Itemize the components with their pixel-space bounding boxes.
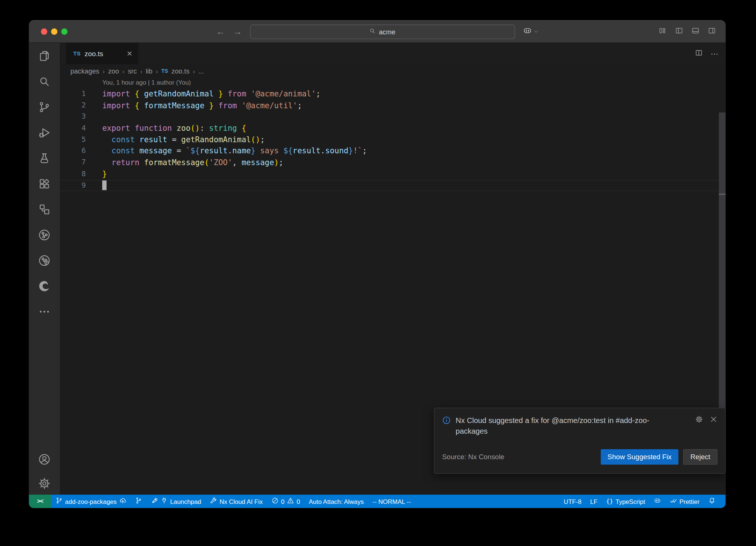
search-icon[interactable]	[38, 75, 51, 88]
code-line-7[interactable]: 7 return formatMessage('ZOO', message);	[60, 157, 726, 168]
notifications-item[interactable]	[704, 495, 720, 508]
breadcrumb-item-src[interactable]: src	[128, 67, 137, 75]
code-token: ${	[284, 146, 293, 156]
code-token: '@acme/util'	[241, 101, 297, 110]
breadcrumb-item-lib[interactable]: lib	[146, 67, 152, 75]
auto-attach-item[interactable]: Auto Attach: Always	[305, 495, 368, 508]
code-token: ;	[362, 146, 367, 156]
code-token: getRandomAnimal	[144, 89, 214, 99]
breadcrumb-item-zoots[interactable]: zoo.ts	[172, 67, 190, 75]
code-line-3[interactable]: 3	[60, 111, 726, 123]
window-controls	[41, 20, 67, 43]
breadcrumb-item-zoo[interactable]: zoo	[108, 67, 119, 75]
split-editor-button[interactable]	[695, 48, 703, 58]
code-token: '@acme/animal'	[251, 89, 316, 99]
minimize-window-button[interactable]	[51, 28, 57, 34]
remote-explorer-icon[interactable]	[38, 203, 51, 216]
more-actions-button[interactable]: ⋯	[711, 49, 719, 58]
remote-indicator[interactable]: ><	[29, 495, 51, 508]
code-token: const	[111, 135, 135, 144]
toggle-secondary-sidebar-button[interactable]	[708, 27, 716, 37]
problems-item[interactable]: 00	[267, 495, 304, 508]
search-value: acme	[379, 28, 395, 35]
forward-button[interactable]: →	[233, 26, 242, 37]
breadcrumb: packages›zoo›src›lib›TSzoo.ts›...	[60, 64, 726, 78]
command-center-search[interactable]: acme	[250, 24, 515, 39]
code-token: }	[348, 146, 353, 156]
code-token: }	[251, 146, 256, 156]
code-line-6[interactable]: 6 const message = `${result.name} says $…	[60, 146, 726, 157]
code-token	[140, 158, 144, 167]
notification-settings-icon[interactable]	[695, 416, 703, 425]
prettier-item[interactable]: Prettier	[666, 495, 704, 508]
code-line-1[interactable]: 1import { getRandomAnimal } from '@acme/…	[60, 88, 726, 100]
show-suggested-fix-button[interactable]: Show Suggested Fix	[601, 449, 678, 465]
code-token: 'ZOO'	[209, 158, 232, 167]
braces-icon: {}	[606, 498, 613, 505]
code-token: message	[140, 146, 172, 156]
status-label: Auto Attach: Always	[309, 498, 364, 505]
eol-item[interactable]: LF	[586, 495, 602, 508]
zoom-window-button[interactable]	[61, 28, 67, 34]
code-line-8[interactable]: 8}	[60, 168, 726, 180]
account-icon[interactable]	[38, 453, 51, 465]
close-window-button[interactable]	[41, 28, 47, 34]
code-token: =	[167, 135, 181, 144]
line-number: 7	[60, 157, 86, 168]
reject-button[interactable]: Reject	[683, 449, 718, 465]
edge-icon[interactable]	[38, 280, 51, 293]
editor-scrollbar[interactable]	[719, 112, 725, 455]
toggle-primary-sidebar-button[interactable]	[675, 27, 683, 37]
ts-file-icon: TS	[73, 51, 81, 57]
notification-close-icon[interactable]	[710, 416, 718, 425]
debug-icon[interactable]	[38, 126, 51, 139]
code-token: string	[209, 123, 237, 133]
wrench-icon	[210, 497, 217, 506]
language-item[interactable]: {}TypeScript	[602, 495, 649, 508]
copilot-menu-button[interactable]	[523, 26, 539, 37]
code-token: {	[241, 123, 246, 133]
encoding-item[interactable]: UTF-8	[559, 495, 586, 508]
source-control-icon[interactable]	[38, 101, 51, 113]
files-icon[interactable]	[38, 50, 51, 62]
code-token: import	[102, 89, 130, 99]
code-token: function	[135, 123, 172, 133]
copilot-icon	[523, 26, 532, 37]
search-icon	[369, 27, 376, 35]
line-number: 5	[60, 134, 86, 146]
breadcrumb-item-[interactable]: ...	[198, 67, 204, 75]
line-number: 3	[60, 111, 86, 123]
breadcrumb-separator: ›	[123, 67, 125, 75]
toggle-panel-button[interactable]	[691, 27, 700, 37]
code-token: )	[274, 158, 279, 167]
breadcrumb-item-packages[interactable]: packages	[71, 67, 99, 75]
nx-console-icon[interactable]	[38, 229, 51, 241]
ellipsis-icon[interactable]	[38, 306, 51, 318]
code-token	[130, 89, 135, 99]
tab-zoo-ts[interactable]: TS zoo.ts ✕	[66, 43, 138, 64]
code-line-2[interactable]: 2import { formatMessage } from '@acme/ut…	[60, 100, 726, 111]
code-token: sound	[325, 146, 348, 156]
code-line-9[interactable]: 9	[60, 180, 726, 191]
vim-mode-item[interactable]: -- NORMAL --	[368, 495, 415, 508]
beaker-icon[interactable]	[38, 152, 51, 164]
code-line-5[interactable]: 5 const result = getRandomAnimal();	[60, 134, 726, 146]
settings-gear-icon[interactable]	[38, 477, 51, 490]
code-content: export function zoo(): string {	[86, 123, 246, 134]
customize-layout-button[interactable]	[659, 27, 667, 37]
nx-cloud-ai-fix-item[interactable]: Nx Cloud AI Fix	[206, 495, 267, 508]
nx-cloud-icon[interactable]	[38, 254, 51, 267]
double-check-icon	[670, 497, 677, 506]
back-button[interactable]: ←	[216, 26, 225, 37]
git-graph-item[interactable]	[131, 495, 147, 508]
code-token: formatMessage	[144, 158, 205, 167]
code-content: const message = `${result.name} says ${r…	[86, 146, 367, 157]
branch-item[interactable]: add-zoo-packages	[51, 495, 130, 508]
code-line-4[interactable]: 4export function zoo(): string {	[60, 123, 726, 134]
copilot-item[interactable]	[649, 495, 665, 508]
extensions-icon[interactable]	[38, 178, 51, 190]
tab-close-icon[interactable]: ✕	[127, 49, 133, 58]
chevron-down-icon	[533, 27, 539, 36]
launchpad-item[interactable]: Launchpad	[147, 495, 206, 508]
status-label: add-zoo-packages	[65, 498, 117, 505]
